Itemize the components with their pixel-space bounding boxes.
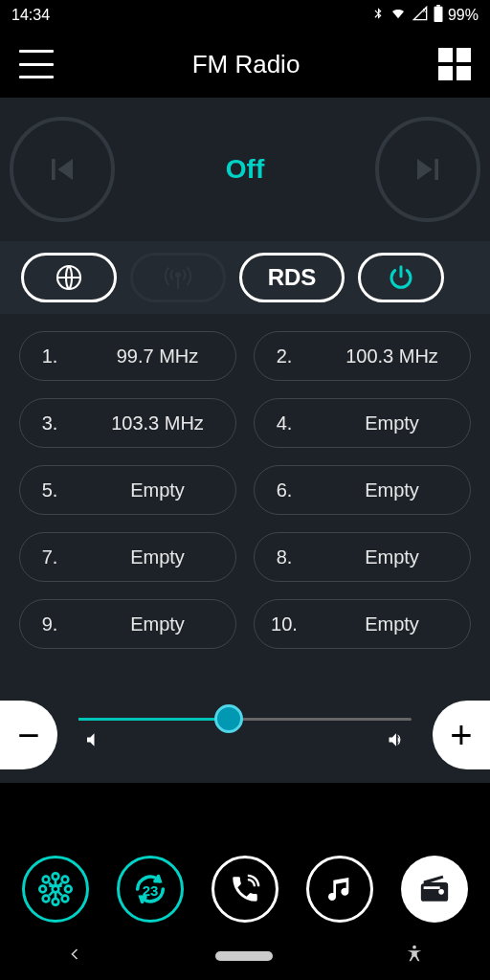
svg-point-6 <box>52 873 58 880</box>
battery-percent: 99% <box>448 7 479 24</box>
radio-panel: Off RDS 1.99.7 MHz 2.100.3 MHz 3.103.3 M… <box>0 98 490 783</box>
globe-icon <box>54 262 84 293</box>
svg-point-9 <box>65 886 72 893</box>
volume-slider[interactable] <box>78 718 412 721</box>
antenna-button[interactable] <box>130 253 226 302</box>
dock-radio-button[interactable] <box>401 856 468 923</box>
preset-9[interactable]: 9.Empty <box>19 599 236 649</box>
network-icon <box>36 870 75 908</box>
volume-row: − + <box>0 687 490 783</box>
power-button[interactable] <box>358 253 444 302</box>
svg-point-13 <box>61 896 68 902</box>
volume-down-button[interactable]: − <box>0 701 57 769</box>
bluetooth-icon <box>371 5 385 26</box>
menu-button[interactable] <box>19 50 54 78</box>
svg-text:23: 23 <box>142 882 158 899</box>
status-icons: x 99% <box>371 5 479 26</box>
radio-icon <box>418 873 451 905</box>
presets-grid: 1.99.7 MHz 2.100.3 MHz 3.103.3 MHz 4.Emp… <box>0 314 490 658</box>
dock-ptt-button[interactable]: 23 <box>117 856 184 923</box>
preset-7[interactable]: 7.Empty <box>19 532 236 582</box>
battery-icon <box>433 5 444 26</box>
title-bar: FM Radio <box>0 31 490 98</box>
svg-rect-2 <box>436 5 440 7</box>
preset-10[interactable]: 10.Empty <box>254 599 471 649</box>
skip-previous-button[interactable] <box>10 117 115 222</box>
svg-point-7 <box>52 899 58 905</box>
volume-up-button[interactable]: + <box>433 701 490 769</box>
mode-row: RDS <box>0 241 490 314</box>
wifi-icon <box>389 6 408 25</box>
radio-state-label: Off <box>226 154 264 185</box>
nav-bar <box>0 932 490 980</box>
nav-accessibility-button[interactable] <box>404 944 425 969</box>
skip-next-button[interactable] <box>375 117 480 222</box>
dock-network-button[interactable] <box>22 856 89 923</box>
volume-slider-area <box>57 718 433 753</box>
dock-music-button[interactable] <box>306 856 373 923</box>
volume-thumb[interactable] <box>214 704 243 733</box>
tune-row: Off <box>0 98 490 241</box>
svg-rect-1 <box>434 7 442 22</box>
rds-button[interactable]: RDS <box>239 253 345 302</box>
preset-4[interactable]: 4.Empty <box>254 398 471 448</box>
preset-5[interactable]: 5.Empty <box>19 465 236 515</box>
antenna-icon <box>163 262 193 293</box>
svg-point-10 <box>42 877 49 883</box>
preset-3[interactable]: 3.103.3 MHz <box>19 398 236 448</box>
svg-point-12 <box>42 896 49 902</box>
refresh-number-icon: 23 <box>131 870 169 908</box>
phone-icon <box>229 873 261 905</box>
svg-point-4 <box>176 273 180 277</box>
region-button[interactable] <box>21 253 117 302</box>
volume-fill <box>78 718 229 721</box>
svg-point-8 <box>39 886 46 893</box>
preset-2[interactable]: 2.100.3 MHz <box>254 331 471 381</box>
svg-point-11 <box>61 877 68 883</box>
grid-view-button[interactable] <box>438 48 471 80</box>
signal-icon: x <box>412 6 429 25</box>
music-note-icon <box>324 874 355 904</box>
nav-home-button[interactable] <box>215 951 273 961</box>
svg-point-15 <box>412 946 416 949</box>
bottom-dock: 23 <box>0 846 490 932</box>
rds-label: RDS <box>268 264 317 291</box>
preset-6[interactable]: 6.Empty <box>254 465 471 515</box>
dock-phone-button[interactable] <box>212 856 278 923</box>
app-title: FM Radio <box>192 50 301 79</box>
power-icon <box>387 263 415 292</box>
preset-1[interactable]: 1.99.7 MHz <box>19 331 236 381</box>
nav-back-button[interactable] <box>65 945 84 968</box>
volume-low-icon <box>82 730 101 753</box>
status-bar: 14:34 x 99% <box>0 0 490 31</box>
preset-8[interactable]: 8.Empty <box>254 532 471 582</box>
status-time: 14:34 <box>11 7 50 24</box>
volume-high-icon <box>385 730 408 753</box>
